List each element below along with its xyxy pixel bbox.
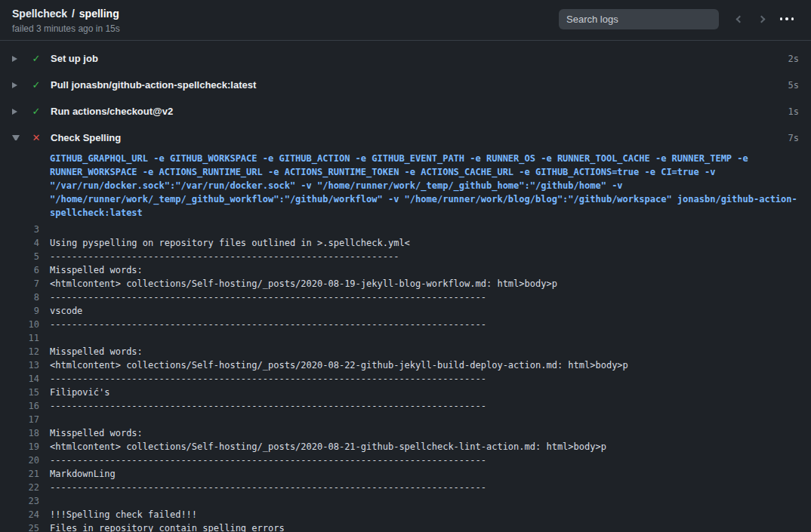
log-line: 22 -------------------------------------… <box>0 481 811 494</box>
line-number[interactable]: 7 <box>0 277 39 291</box>
log-header: Spellcheck / spelling failed 3 minutes a… <box>0 0 811 41</box>
header-left: Spellcheck / spelling failed 3 minutes a… <box>12 7 120 34</box>
line-number[interactable]: 13 <box>0 358 39 372</box>
log-line: 14 -------------------------------------… <box>0 372 811 386</box>
success-check-icon: ✓ <box>31 79 42 91</box>
line-number[interactable]: 3 <box>0 223 39 236</box>
step-label: Pull jonasbn/github-action-spellcheck:la… <box>51 79 256 91</box>
line-text: Misspelled words: <box>39 426 143 440</box>
step-row[interactable]: ✓ Pull jonasbn/github-action-spellcheck:… <box>0 72 811 98</box>
step-label: Check Spelling <box>51 132 121 143</box>
log-line: 13 <htmlcontent> collections/Self-hostin… <box>0 358 811 372</box>
job-status-summary: failed 3 minutes ago in 15s <box>12 23 120 34</box>
line-number[interactable]: 16 <box>0 399 39 413</box>
line-number[interactable]: 4 <box>0 236 39 250</box>
job-name: spelling <box>79 8 119 20</box>
line-text: ----------------------------------------… <box>39 399 486 413</box>
line-number[interactable]: 22 <box>0 481 39 494</box>
log-line: 20 -------------------------------------… <box>0 454 811 467</box>
expand-step-icon[interactable] <box>12 82 20 88</box>
log-line: 5 --------------------------------------… <box>0 250 811 263</box>
line-number[interactable]: 14 <box>0 372 39 386</box>
log-line: 16 -------------------------------------… <box>0 399 811 413</box>
line-number[interactable]: 11 <box>0 331 39 345</box>
step-row[interactable]: ✕ Check Spelling 7s <box>0 125 811 151</box>
line-number[interactable]: 23 <box>0 494 39 508</box>
expand-step-icon[interactable] <box>12 109 20 115</box>
step-row[interactable]: ✓ Run actions/checkout@v2 1s <box>0 98 811 125</box>
more-options-button[interactable] <box>775 8 799 29</box>
log-line: 21 MarkdownLing <box>0 467 811 481</box>
kebab-horizontal-icon <box>780 17 794 20</box>
log-output: GITHUB_GRAPHQL_URL -e GITHUB_WORKSPACE -… <box>0 152 811 532</box>
log-line: 19 <htmlcontent> collections/Self-hostin… <box>0 440 811 454</box>
log-line: 18 Misspelled words: <box>0 426 811 440</box>
line-text: ----------------------------------------… <box>39 318 486 331</box>
line-number[interactable]: 25 <box>0 521 39 532</box>
line-text: Files in repository contain spelling err… <box>39 521 285 532</box>
line-number[interactable]: 5 <box>0 250 39 263</box>
log-line: 23 <box>0 494 811 508</box>
line-text: <htmlcontent> collections/Self-hosting/_… <box>39 277 557 291</box>
line-text: Filipović's <box>39 386 109 399</box>
previous-match-button[interactable] <box>726 8 751 29</box>
command-line: spellcheck:latest <box>50 206 811 220</box>
line-text: ----------------------------------------… <box>39 481 486 494</box>
line-number[interactable]: 17 <box>0 413 39 426</box>
next-match-button[interactable] <box>751 8 775 29</box>
chevron-right-icon <box>758 15 766 23</box>
line-number[interactable]: 19 <box>0 440 39 454</box>
line-number[interactable]: 6 <box>0 263 39 277</box>
chevron-left-icon <box>736 15 744 23</box>
title-separator: / <box>70 8 76 20</box>
line-text: ----------------------------------------… <box>39 291 486 304</box>
failure-x-icon: ✕ <box>31 132 42 143</box>
line-number[interactable]: 9 <box>0 304 39 318</box>
success-check-icon: ✓ <box>31 106 42 117</box>
steps-list: ✓ Set up job 2s ✓ Pull jonasbn/github-ac… <box>0 41 811 151</box>
search-logs-input[interactable] <box>559 9 719 29</box>
step-row[interactable]: ✓ Set up job 2s <box>0 45 811 72</box>
line-text: vscode <box>39 304 82 318</box>
step-label: Run actions/checkout@v2 <box>51 106 173 117</box>
log-line: 9 vscode <box>0 304 811 318</box>
log-line: 24 !!!Spelling check failed!!! <box>0 508 811 521</box>
line-text: ----------------------------------------… <box>39 250 399 263</box>
step-duration: 5s <box>788 80 799 91</box>
line-number[interactable]: 21 <box>0 467 39 481</box>
line-text: !!!Spelling check failed!!! <box>39 508 197 521</box>
log-line: 10 -------------------------------------… <box>0 318 811 331</box>
line-text: Using pyspelling on repository files out… <box>39 236 410 250</box>
line-text: Misspelled words: <box>39 345 143 358</box>
command-line: "/var/run/docker.sock":"/var/run/docker.… <box>50 179 811 192</box>
log-line: 15 Filipović's <box>0 386 811 399</box>
line-text: <htmlcontent> collections/Self-hosting/_… <box>39 358 628 372</box>
step-duration: 7s <box>788 133 799 143</box>
line-number[interactable]: 10 <box>0 318 39 331</box>
log-line: 8 --------------------------------------… <box>0 291 811 304</box>
line-text <box>39 331 50 345</box>
expand-step-icon[interactable] <box>12 56 20 62</box>
line-text: Misspelled words: <box>39 263 143 277</box>
line-text <box>39 413 50 426</box>
docker-command-block: GITHUB_GRAPHQL_URL -e GITHUB_WORKSPACE -… <box>0 152 811 220</box>
line-text: ----------------------------------------… <box>39 372 486 386</box>
success-check-icon: ✓ <box>31 53 42 64</box>
log-lines: 3 4 Using pyspelling on repository files… <box>0 223 811 532</box>
command-line: RUNNER_WORKSPACE -e ACTIONS_RUNTIME_URL … <box>50 165 811 179</box>
line-number[interactable]: 12 <box>0 345 39 358</box>
line-text: ----------------------------------------… <box>39 454 486 467</box>
log-line: 7 <htmlcontent> collections/Self-hosting… <box>0 277 811 291</box>
line-number[interactable]: 8 <box>0 291 39 304</box>
line-number[interactable]: 15 <box>0 386 39 399</box>
step-duration: 1s <box>788 106 799 117</box>
step-label: Set up job <box>51 53 98 64</box>
command-line: "/home/runner/work/_temp/_github_workflo… <box>50 192 811 206</box>
collapse-step-icon[interactable] <box>12 135 20 140</box>
line-text: MarkdownLing <box>39 467 116 481</box>
page-title: Spellcheck / spelling <box>12 7 120 21</box>
log-line: 3 <box>0 223 811 236</box>
line-number[interactable]: 24 <box>0 508 39 521</box>
line-number[interactable]: 18 <box>0 426 39 440</box>
line-number[interactable]: 20 <box>0 454 39 467</box>
